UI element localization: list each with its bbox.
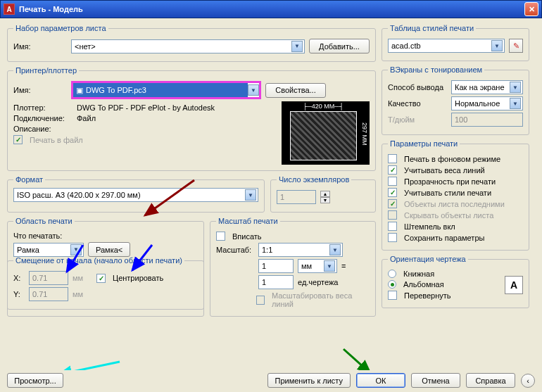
port-value: Файл: [77, 114, 96, 122]
shaded-viewport-legend: ВЭкраны с тонированием: [388, 65, 484, 74]
what-to-plot-select[interactable]: Рамка ▼: [13, 243, 84, 257]
equals-label: =: [341, 262, 346, 270]
plotter-value: DWG To PDF - PDF ePlot - by Autodesk: [77, 103, 215, 112]
plot-scale-legend: Масштаб печати: [216, 217, 280, 225]
paper-format-select[interactable]: ISO расш. A3 (420.00 x 297.00 мм) ▼: [13, 188, 258, 202]
landscape-radio[interactable]: [388, 280, 396, 289]
chevron-left-icon: ‹: [527, 377, 529, 385]
scale-label: Масштаб:: [216, 246, 254, 254]
port-label: Подключение:: [13, 114, 73, 122]
edit-style-button[interactable]: ✎: [509, 39, 523, 53]
printer-group: Принтер/плоттер Имя: ▣DWG To PDF.pc3 ▼ С…: [7, 66, 376, 171]
portrait-radio[interactable]: [388, 270, 396, 278]
lineweights-checkbox[interactable]: ✓: [388, 165, 397, 175]
plot-styles-checkbox[interactable]: ✓: [388, 188, 397, 197]
scale-lineweights-checkbox: [256, 296, 265, 305]
page-setup-name-select[interactable]: <нет> ▼: [71, 39, 305, 53]
spin-down-icon: ▼: [320, 197, 330, 203]
ok-button[interactable]: ОК: [356, 373, 405, 388]
scale-num-a-input[interactable]: 1: [258, 259, 294, 273]
center-plot-checkbox[interactable]: ✓: [96, 274, 106, 283]
chevron-down-icon: ▼: [70, 244, 82, 255]
chevron-down-icon: ▼: [248, 84, 259, 96]
plot-style-select[interactable]: acad.ctb ▼: [388, 39, 505, 53]
scale-lineweights-label: Масштабировать веса линий: [272, 291, 370, 308]
plot-style-legend: Таблица стилей печати: [388, 24, 476, 32]
app-icon: A: [4, 4, 15, 15]
pencil-icon: ✎: [513, 42, 519, 51]
close-icon[interactable]: ✕: [524, 2, 538, 16]
window-title: Печать - Модель: [19, 5, 524, 13]
stamp-checkbox[interactable]: [388, 222, 397, 231]
printer-name-select[interactable]: ▣DWG To PDF.pc3 ▼: [71, 81, 261, 99]
printer-legend: Принтер/плоттер: [13, 66, 79, 75]
plot-offset-legend: Смещение от начала (начало области печат…: [13, 256, 184, 265]
fit-to-paper-label: Вписать: [232, 232, 262, 241]
dpi-input: 100: [451, 113, 523, 127]
y-unit-label: мм: [73, 290, 92, 298]
chevron-down-icon: ▼: [291, 41, 303, 52]
shade-mode-label: Способ вывода: [388, 83, 447, 91]
plotter-label: Плоттер:: [13, 103, 73, 112]
expand-dialog-button[interactable]: ‹: [521, 374, 535, 388]
cancel-button[interactable]: Отмена: [411, 373, 460, 388]
plot-options-group: Параметры печати Печать в фоновом режиме…: [382, 139, 529, 251]
titlebar: A Печать - Модель ✕: [0, 0, 542, 18]
copies-legend: Число экземпляров: [277, 175, 351, 184]
preview-button[interactable]: Просмотр...: [7, 373, 63, 388]
printer-name-label: Имя:: [13, 86, 67, 94]
plot-style-group: Таблица стилей печати acad.ctb ▼ ✎: [382, 24, 529, 61]
shade-mode-select[interactable]: Как на экране▼: [451, 80, 523, 94]
upside-down-checkbox[interactable]: [388, 291, 397, 300]
plot-area-legend: Область печати: [13, 217, 75, 225]
copies-group: Число экземпляров 1 ▲ ▼: [270, 175, 376, 213]
what-to-plot-label: Что печатать:: [13, 232, 62, 240]
window-pick-button[interactable]: Рамка<: [88, 242, 130, 257]
chevron-down-icon: ▼: [491, 40, 503, 51]
plot-scale-group: Масштаб печати Вписать Масштаб: 1:1 ▼ 1 …: [210, 217, 376, 317]
x-unit-label: мм: [73, 274, 92, 282]
plot-offset-group: Смещение от начала (начало области печат…: [7, 256, 204, 310]
shaded-viewport-group: ВЭкраны с тонированием Способ вывода Как…: [382, 65, 529, 135]
page-setup-group: Набор параметров листа Имя: <нет> ▼ Доба…: [7, 24, 376, 62]
plot-options-legend: Параметры печати: [388, 139, 460, 148]
x-offset-input: 0.71: [29, 271, 68, 285]
chevron-down-icon: ▼: [510, 98, 521, 109]
scale-num-b-input[interactable]: 1: [258, 275, 294, 289]
description-label: Описание:: [13, 125, 73, 133]
add-page-setup-button[interactable]: Добавить...: [309, 39, 370, 53]
spin-up-icon: ▲: [320, 191, 330, 197]
save-changes-checkbox[interactable]: [388, 233, 397, 242]
drawing-units-label: ед.чертежа: [298, 278, 338, 286]
scale-select[interactable]: 1:1 ▼: [258, 243, 343, 257]
paper-width-label: ├─420 MM─┤: [303, 103, 344, 110]
chevron-down-icon: ▼: [329, 244, 341, 255]
orientation-icon: A: [505, 276, 523, 294]
svg-line-3: [59, 362, 120, 370]
orientation-legend: Ориентация чертежа: [388, 255, 468, 263]
quality-select[interactable]: Нормальное▼: [451, 96, 523, 110]
paper-height-label: 297 MM: [361, 122, 368, 146]
copies-input: 1: [277, 190, 316, 204]
printer-properties-button[interactable]: Свойства...: [265, 83, 326, 98]
help-button[interactable]: Справка: [466, 373, 515, 388]
paper-preview: ├─420 MM─┤ 297 MM: [282, 101, 370, 165]
paperspace-last-checkbox: ✓: [388, 199, 397, 208]
background-plot-checkbox[interactable]: [388, 154, 397, 163]
chevron-down-icon: ▼: [324, 260, 335, 272]
y-offset-input: 0.71: [29, 287, 68, 301]
dpi-label: Т/дюйм: [388, 115, 447, 124]
plot-to-file-checkbox: ✓: [13, 135, 23, 144]
chevron-down-icon: ▼: [245, 189, 256, 201]
transparency-checkbox[interactable]: [388, 177, 397, 186]
page-setup-legend: Набор параметров листа: [13, 24, 108, 32]
apply-to-layout-button[interactable]: Применить к листу: [267, 373, 351, 388]
orientation-group: Ориентация чертежа Книжная Альбомная Пер…: [382, 255, 529, 308]
paper-format-group: Формат ISO расш. A3 (420.00 x 297.00 мм)…: [7, 175, 265, 213]
x-label: X:: [13, 274, 25, 282]
y-label: Y:: [13, 290, 25, 298]
scale-unit-select[interactable]: мм▼: [298, 259, 337, 273]
page-setup-name-label: Имя:: [13, 42, 67, 51]
chevron-down-icon: ▼: [510, 82, 521, 93]
fit-to-paper-checkbox[interactable]: [216, 232, 225, 241]
